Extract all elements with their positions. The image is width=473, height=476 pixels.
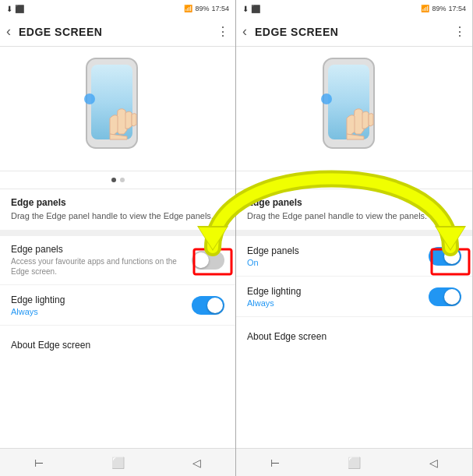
desc-title-right: Edge panels	[247, 197, 461, 208]
svg-point-5	[321, 93, 332, 104]
signal-icon-right: 📶	[421, 5, 429, 12]
setting-edge-panels-name-right: Edge panels	[247, 245, 429, 256]
description-left: Edge panels Drag the Edge panel handle t…	[0, 189, 235, 236]
time-left: 17:54	[211, 5, 229, 12]
description-right: Edge panels Drag the Edge panel handle t…	[236, 189, 472, 236]
desc-text-left: Drag the Edge panel handle to view the E…	[11, 210, 224, 222]
illustration-right	[236, 47, 472, 171]
setting-about-edge-name-left: About Edge screen	[11, 340, 224, 351]
desc-text-right: Drag the Edge panel handle to view the p…	[247, 210, 461, 222]
desc-title-left: Edge panels	[11, 197, 224, 208]
toggle-edge-panels-right[interactable]	[429, 247, 461, 266]
toggle-edge-lighting-right[interactable]	[429, 287, 461, 306]
more-menu-left[interactable]: ⋮	[217, 24, 229, 39]
battery-left: 89%	[195, 5, 209, 12]
setting-edge-lighting-name-left: Edge lighting	[11, 294, 192, 305]
setting-edge-lighting-name-right: Edge lighting	[247, 286, 429, 297]
toggle-knob-edge-panels-right	[444, 249, 460, 264]
edge-screen-illustration-right	[292, 52, 417, 165]
settings-list-right: Edge panels On Edge lighting Always	[236, 236, 472, 448]
nav-recent-right[interactable]: ⊢	[270, 457, 280, 469]
setting-about-edge-left[interactable]: About Edge screen	[0, 326, 235, 366]
toggle-knob-edge-lighting-right	[444, 289, 460, 305]
setting-about-edge-text-right: About Edge screen	[247, 331, 461, 344]
nav-home-left[interactable]: ⬜	[111, 457, 125, 469]
nav-home-right[interactable]: ⬜	[348, 457, 361, 469]
dot-1-right	[348, 178, 352, 182]
setting-about-edge-name-right: About Edge screen	[247, 331, 461, 342]
nav-back-right[interactable]: ◁	[429, 457, 438, 469]
status-right-right: 📶 89% 17:54	[421, 5, 466, 12]
battery-right: 89%	[432, 5, 446, 12]
setting-edge-lighting-sub-left: Always	[11, 307, 192, 316]
toggle-knob-edge-lighting-left	[207, 298, 223, 313]
page-title-right: EDGE SCREEN	[255, 26, 454, 38]
setting-edge-lighting-sub-right: Always	[247, 298, 429, 308]
back-button-left[interactable]: ‹	[6, 23, 11, 40]
back-button-right[interactable]: ‹	[242, 23, 247, 40]
setting-edge-panels-right[interactable]: Edge panels On	[236, 236, 472, 277]
dots-left	[0, 171, 235, 189]
status-bar-left: ⬇ ⬛ 📶 89% 17:54	[0, 0, 235, 17]
nav-bar-left: ⊢ ⬜ ◁	[0, 448, 235, 476]
status-icons-right: ⬇ ⬛	[242, 5, 260, 13]
settings-list-left: Edge panels Access your favourite apps a…	[0, 236, 235, 448]
setting-edge-lighting-left[interactable]: Edge lighting Always	[0, 285, 235, 326]
nav-recent-left[interactable]: ⊢	[34, 457, 44, 469]
setting-edge-panels-name-left: Edge panels	[11, 244, 192, 255]
time-right: 17:54	[448, 5, 466, 12]
left-screen: ⬇ ⬛ 📶 89% 17:54 ‹ EDGE SCREEN ⋮	[0, 0, 236, 476]
notification-icon-right: ⬛	[251, 5, 260, 13]
svg-point-2	[84, 93, 95, 104]
toggle-edge-panels-left[interactable]	[192, 251, 224, 270]
notification-icon: ⬛	[15, 5, 24, 13]
download-icon: ⬇	[6, 5, 12, 13]
setting-about-edge-right[interactable]: About Edge screen	[236, 317, 472, 358]
illustration-left	[0, 47, 235, 171]
nav-bar-right: ⊢ ⬜ ◁	[236, 448, 472, 476]
status-icons-left: ⬇ ⬛	[6, 5, 24, 13]
setting-edge-panels-left[interactable]: Edge panels Access your favourite apps a…	[0, 236, 235, 285]
setting-about-edge-text-left: About Edge screen	[11, 340, 224, 352]
dot-2-right	[356, 178, 361, 182]
nav-back-left[interactable]: ◁	[192, 457, 201, 469]
signal-icon: 📶	[184, 5, 192, 12]
setting-edge-lighting-text-left: Edge lighting Always	[11, 294, 192, 316]
setting-edge-panels-sub-right: On	[247, 258, 429, 267]
dot-2-left	[120, 178, 125, 182]
edge-screen-illustration-left	[55, 52, 180, 165]
toggle-edge-lighting-left[interactable]	[192, 296, 224, 315]
setting-edge-panels-text-right: Edge panels On	[247, 245, 429, 267]
top-bar-left: ‹ EDGE SCREEN ⋮	[0, 17, 235, 47]
setting-edge-lighting-right[interactable]: Edge lighting Always	[236, 277, 472, 317]
toggle-knob-edge-panels-left	[193, 252, 209, 268]
page-title-left: EDGE SCREEN	[19, 26, 217, 38]
top-bar-right: ‹ EDGE SCREEN ⋮	[236, 17, 472, 47]
dots-right	[236, 171, 472, 189]
setting-edge-panels-text-left: Edge panels Access your favourite apps a…	[11, 244, 192, 277]
right-screen: ⬇ ⬛ 📶 89% 17:54 ‹ EDGE SCREEN ⋮	[236, 0, 472, 476]
dot-1-left	[111, 178, 116, 182]
status-right-left: 📶 89% 17:54	[184, 5, 229, 12]
status-bar-right: ⬇ ⬛ 📶 89% 17:54	[236, 0, 472, 17]
setting-edge-panels-desc-left: Access your favourite apps and functions…	[11, 256, 192, 277]
more-menu-right[interactable]: ⋮	[454, 24, 466, 39]
download-icon-right: ⬇	[242, 5, 249, 13]
setting-edge-lighting-text-right: Edge lighting Always	[247, 286, 429, 308]
